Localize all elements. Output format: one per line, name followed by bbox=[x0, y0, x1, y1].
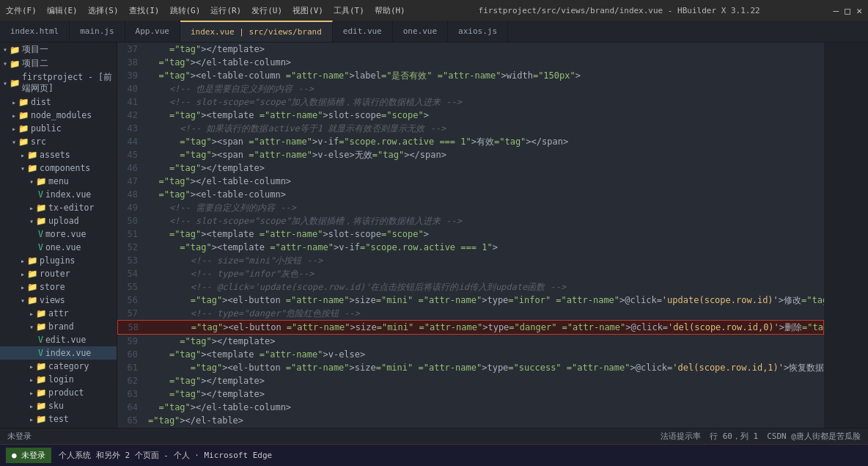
minimap bbox=[824, 43, 868, 428]
sidebar-label: index.vue bbox=[45, 348, 91, 358]
code-line: 46 ="tag"></template> bbox=[117, 161, 824, 175]
sidebar-label: category bbox=[48, 361, 89, 371]
taskbar-window[interactable]: 个人系统 和另外 2 个页面 - 个人 · Microsoft Edge bbox=[59, 450, 272, 461]
tab-app-vue[interactable]: App.vue bbox=[125, 21, 180, 42]
sidebar-item-login[interactable]: ▸ 📁 login bbox=[0, 373, 117, 386]
titlebar: 文件(F) 编辑(E) 选择(S) 查找(I) 跳转(G) 运行(R) 发行(U… bbox=[0, 0, 868, 21]
editor[interactable]: 37 ="tag"></template>38 ="tag"></el-tabl… bbox=[117, 43, 824, 428]
sidebar-item-attr[interactable]: ▸ 📁 attr bbox=[0, 307, 117, 320]
line-number: 44 bbox=[117, 135, 145, 148]
sidebar-label: public bbox=[31, 123, 62, 134]
menu-goto[interactable]: 跳转(G) bbox=[170, 5, 201, 16]
code-line: 51 ="tag"><template ="attr-name">slot-sc… bbox=[117, 227, 824, 241]
line-content: ="tag"><el-button ="attr-name">size="min… bbox=[146, 321, 824, 334]
menu-help[interactable]: 帮助(H) bbox=[375, 5, 405, 16]
sidebar-label: attr bbox=[48, 308, 69, 318]
code-line: 59 ="tag"></template> bbox=[117, 335, 824, 348]
sidebar-item-test[interactable]: ▸ 📁 test bbox=[0, 412, 117, 426]
folder-icon: 📁 bbox=[18, 110, 29, 120]
menu-tools[interactable]: 工具(T) bbox=[334, 5, 364, 16]
editor-content[interactable]: 37 ="tag"></template>38 ="tag"></el-tabl… bbox=[117, 43, 824, 428]
line-number: 38 bbox=[117, 56, 145, 69]
sidebar-item-tx-editor[interactable]: ▸ 📁 tx-editor bbox=[0, 201, 117, 214]
sidebar-item-sku[interactable]: ▸ 📁 sku bbox=[0, 399, 117, 412]
tab-index-html[interactable]: index.html bbox=[0, 21, 70, 42]
minimize-button[interactable]: — bbox=[834, 5, 839, 16]
sidebar-label: brand bbox=[48, 321, 74, 332]
line-content: ="tag"></template> bbox=[145, 374, 824, 387]
line-number: 63 bbox=[117, 387, 145, 401]
folder-icon: 📁 bbox=[27, 150, 37, 160]
code-line: 58 ="tag"><el-button ="attr-name">size="… bbox=[117, 320, 824, 335]
sidebar-item-src[interactable]: ▾ 📁 src bbox=[0, 135, 117, 148]
code-line: 56 ="tag"><el-button ="attr-name">size="… bbox=[117, 294, 824, 307]
folder-icon: 📁 bbox=[36, 203, 46, 213]
line-number: 43 bbox=[117, 122, 145, 135]
tab-one-vue[interactable]: one.vue bbox=[393, 21, 448, 42]
line-number: 51 bbox=[117, 227, 145, 241]
sidebar-item-node-modules[interactable]: ▸ 📁 node_modules bbox=[0, 109, 117, 122]
folder-icon: 📁 bbox=[27, 163, 37, 173]
menu-view[interactable]: 视图(V) bbox=[293, 5, 323, 16]
menu-publish[interactable]: 发行(U) bbox=[251, 5, 282, 16]
line-content: ="tag"><template ="attr-name">v-else> bbox=[145, 348, 824, 361]
tab-index-vue[interactable]: index.vue | src/views/brand bbox=[180, 21, 333, 42]
line-number: 64 bbox=[117, 401, 145, 414]
sidebar-item-menu-index[interactable]: V index.vue bbox=[0, 188, 117, 201]
sidebar-item-dist[interactable]: ▸ 📁 dist bbox=[0, 95, 117, 109]
menu-run[interactable]: 运行(R) bbox=[210, 5, 241, 16]
sidebar-label: src bbox=[31, 136, 46, 147]
sidebar-item-plugins[interactable]: ▸ 📁 plugins bbox=[0, 254, 117, 267]
sidebar-item-one-vue[interactable]: V one.vue bbox=[0, 241, 117, 254]
menu-select[interactable]: 选择(S) bbox=[88, 5, 119, 16]
sidebar-label: assets bbox=[40, 150, 70, 160]
maximize-button[interactable]: □ bbox=[845, 5, 850, 16]
line-content: <!-- @click='update(scope.row.id)'在点击按钮后… bbox=[145, 280, 824, 294]
sidebar-item-public[interactable]: ▸ 📁 public bbox=[0, 122, 117, 135]
sidebar-item-brand[interactable]: ▾ 📁 brand bbox=[0, 320, 117, 333]
menu-find[interactable]: 查找(I) bbox=[129, 5, 160, 16]
sidebar-item-category[interactable]: ▸ 📁 category bbox=[0, 360, 117, 373]
code-line: 47 ="tag"></el-table-column> bbox=[117, 175, 824, 188]
menu-edit[interactable]: 编辑(E) bbox=[47, 5, 78, 16]
sidebar-label: tx-editor bbox=[48, 203, 94, 213]
sidebar-item-views[interactable]: ▾ 📁 views bbox=[0, 294, 117, 307]
menu-file[interactable]: 文件(F) bbox=[6, 5, 37, 16]
line-content: ="tag"></template> bbox=[145, 335, 824, 348]
folder-icon: 📁 bbox=[10, 45, 20, 55]
tab-main-js[interactable]: main.js bbox=[70, 21, 125, 42]
sidebar-item-menu[interactable]: ▾ 📁 menu bbox=[0, 175, 117, 188]
taskbar-login[interactable]: ● 未登录 bbox=[6, 448, 51, 463]
tab-edit-vue[interactable]: edit.vue bbox=[333, 21, 393, 42]
window-controls[interactable]: — □ ✕ bbox=[834, 5, 862, 16]
sidebar-label: components bbox=[40, 163, 90, 173]
line-number: 40 bbox=[117, 82, 145, 95]
tab-axios-js[interactable]: axios.js bbox=[448, 21, 508, 42]
sidebar-item-project2[interactable]: ▾ 📁 项目二 bbox=[0, 57, 117, 70]
close-button[interactable]: ✕ bbox=[856, 5, 862, 16]
collapse-icon: ▾ bbox=[29, 178, 34, 186]
expand-icon: ▸ bbox=[21, 151, 25, 159]
line-number: 57 bbox=[117, 307, 145, 320]
sidebar-item-brand-index[interactable]: V index.vue bbox=[0, 346, 117, 360]
sidebar-item-store[interactable]: ▸ 📁 store bbox=[0, 280, 117, 294]
sidebar-item-router[interactable]: ▸ 📁 router bbox=[0, 267, 117, 280]
sidebar-item-more-vue[interactable]: V more.vue bbox=[0, 227, 117, 241]
sidebar-label: sku bbox=[48, 401, 64, 411]
expand-icon: ▸ bbox=[29, 389, 34, 397]
menu-bar[interactable]: 文件(F) 编辑(E) 选择(S) 查找(I) 跳转(G) 运行(R) 发行(U… bbox=[6, 5, 405, 16]
tab-bar: index.html main.js App.vue index.vue | s… bbox=[0, 21, 868, 43]
sidebar-item-upload[interactable]: ▾ 📁 upload bbox=[0, 214, 117, 227]
sidebar-item-assets[interactable]: ▸ 📁 assets bbox=[0, 148, 117, 161]
sidebar-item-components[interactable]: ▾ 📁 components bbox=[0, 161, 117, 175]
sidebar-item-project1[interactable]: ▾ 📁 项目一 bbox=[0, 43, 117, 57]
expand-icon: ▸ bbox=[21, 270, 25, 278]
sidebar-item-product[interactable]: ▸ 📁 product bbox=[0, 386, 117, 399]
sidebar-item-firstproject[interactable]: ▾ 📁 firstproject - [前端网页] bbox=[0, 70, 117, 95]
line-content: ="tag"><template ="attr-name">v-if="scop… bbox=[145, 241, 824, 254]
statusbar-right: 法语提示率 行 60，列 1 CSDN @唐人街都是苦瓜脸 bbox=[661, 431, 861, 442]
line-number: 62 bbox=[117, 374, 145, 387]
collapse-icon: ▾ bbox=[29, 323, 34, 331]
line-number: 47 bbox=[117, 175, 145, 188]
sidebar-item-brand-edit[interactable]: V edit.vue bbox=[0, 333, 117, 346]
